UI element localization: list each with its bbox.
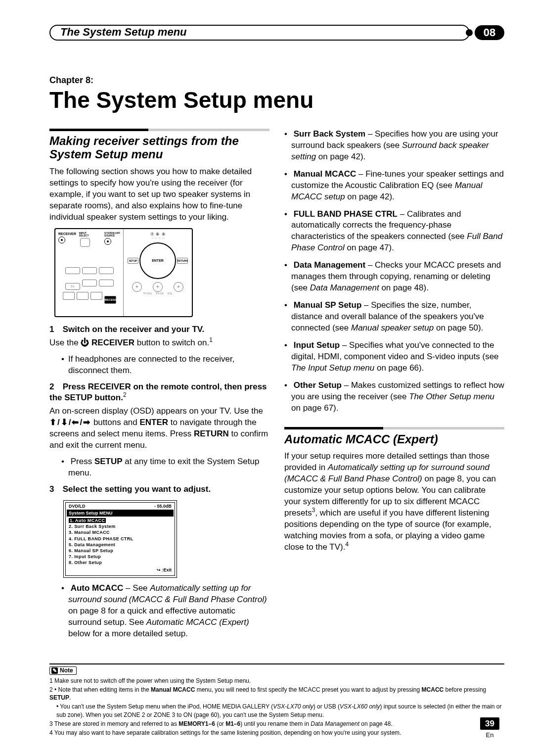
remote-diagram: RECEIVER INPUTSELECT SYSTEM OFFSOURCE [54,228,193,317]
section-heading: Making receiver settings from the System… [49,134,269,161]
osd-item-selected: 1. Auto MCACC [69,518,106,523]
bullet-data-mgmt: Data Management – Checks your MCACC pres… [291,260,504,294]
footnote-3: 3 These are stored in memory and referre… [49,720,504,728]
step-1-bullet: If headphones are connected to the recei… [61,354,269,377]
step-2: 2 Press RECEIVER on the remote control, … [49,381,269,404]
step-title: Press RECEIVER on the remote control, th… [49,382,267,403]
running-title: The System Setup menu [60,26,187,38]
step-2-body: An on-screen display (OSD) appears on yo… [49,406,269,451]
chapter-number-pill: 08 [475,25,504,40]
page: The System Setup menu 08 Chapter 8: The … [0,0,534,756]
osd-title: System Setup MENU [67,510,174,517]
right-column: Surr Back System – Specifies how you are… [284,129,504,645]
footnote-2b: • You can't use the System Setup menu wh… [49,703,504,718]
bullet-manual-sp: Manual SP Setup – Specifies the size, nu… [291,300,504,334]
bullet-surr-back: Surr Back System – Specifies how you are… [291,129,504,163]
step-1: 1 Switch on the receiver and your TV. [49,324,269,335]
bullet-other-setup: Other Setup – Makes customized settings … [291,380,504,414]
bullet-manual-mcacc: Manual MCACC – Fine-tunes your speaker s… [291,169,504,203]
osd-exit: ↪ :Exit [69,567,172,572]
note-badge: ✎ Note [49,666,77,675]
step-title: Switch on the receiver and your TV. [63,325,205,334]
section-heading: Automatic MCACC (Expert) [284,432,504,446]
osd-level: - 55.0dB [154,504,172,509]
bullet-input-setup: Input Setup – Specifies what you've conn… [291,340,504,374]
step-title: Select the setting you want to adjust. [63,484,211,494]
power-icon [58,236,65,243]
osd-item: 8. Other Setup [69,560,172,566]
two-column-body: Making receiver settings from the System… [49,129,504,645]
section-rule [49,129,269,131]
page-number: 39 [480,717,499,730]
footnote-4: 4 You may also want to have separate cal… [49,729,504,737]
bullet-auto-mcacc: Auto MCACC – See Automatically setting u… [61,583,269,640]
power-glyph: ⏻ [81,338,91,347]
step-number: 3 [49,484,60,495]
chapter-title: The System Setup menu [49,88,504,112]
step-1-body: Use the ⏻ RECEIVER button to switch on.1 [49,337,269,349]
running-title-pill: The System Setup menu [49,25,470,41]
footnote-2a: 2 • Note that when editing items in the … [49,686,504,702]
osd-item: 3. Manual MCACC [69,529,172,535]
section-rule [284,427,504,429]
step-3: 3 Select the setting you want to adjust. [49,484,269,495]
footnotes: ✎ Note 1 Make sure not to switch off the… [49,663,504,737]
osd-source: DVD/LD [69,504,86,509]
nav-arrows-icon: ⬆/⬇/⬅/➡ [49,418,91,427]
step-2-bullet: Press SETUP at any time to exit the Syst… [61,456,269,479]
osd-item: 6. Manual SP Setup [69,548,172,554]
page-footer: 39 En [480,717,499,738]
intro-paragraph: The following section shows you how to m… [49,166,269,223]
footnote-1: 1 Make sure not to switch off the power … [49,677,504,685]
osd-item: 4. FULL BAND PHASE CTRL [69,536,172,542]
osd-item: 7. Input Setup [69,554,172,560]
osd-item: 2. Surr Back System [69,523,172,529]
note-label: Note [60,667,73,673]
osd-item: 5. Data Management [69,542,172,548]
step-number: 2 [49,381,60,393]
chapter-number: 08 [484,26,495,39]
sec2-body: If your setup requires more detailed set… [284,451,504,553]
chapter-label: Chapter 8: [49,75,504,86]
page-lang: En [480,732,499,738]
left-column: Making receiver settings from the System… [49,129,269,645]
bullet-fbpc: FULL BAND PHASE CTRL – Calibrates and au… [291,209,504,254]
note-icon: ✎ [51,667,58,674]
step-number: 1 [49,324,60,335]
osd-screenshot: DVD/LD - 55.0dB System Setup MENU 1. Aut… [63,500,177,578]
header-bar: The System Setup menu 08 [49,25,504,41]
